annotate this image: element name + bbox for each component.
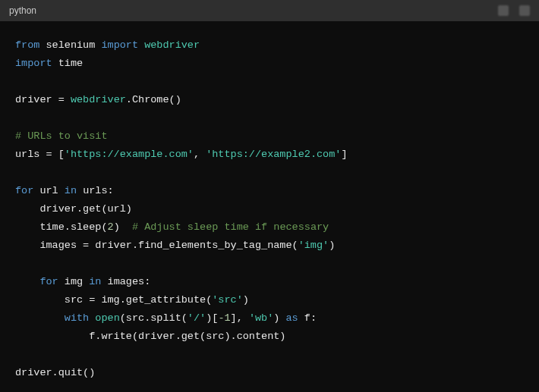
var-images: images:	[101, 276, 150, 287]
kw-import2: import	[15, 58, 52, 69]
kw-for: for	[15, 185, 33, 196]
open-p2: )[	[206, 312, 218, 324]
open-p1: (src.split(	[120, 312, 188, 324]
comment-urls: # URLs to visit	[15, 130, 108, 142]
open-p4: )	[273, 312, 285, 324]
var-urls2: urls:	[77, 185, 114, 196]
kw-in: in	[65, 185, 77, 196]
str-url1: 'https://example.com'	[65, 149, 194, 160]
var-driver: driver	[15, 94, 52, 105]
call-sleep-post: )	[114, 221, 132, 233]
kw-for2: for	[39, 276, 58, 287]
num-2: 2	[108, 221, 114, 233]
str-url2: 'https://example2.com'	[206, 149, 341, 160]
kw-with: with	[65, 312, 89, 324]
call-quit: driver.quit()	[15, 367, 95, 378]
code-header: python	[0, 0, 539, 21]
num-neg1: -1	[218, 312, 230, 324]
var-urls: urls	[15, 149, 39, 160]
call-get: driver.get(url)	[15, 203, 132, 215]
str-img: 'img'	[298, 240, 329, 251]
comment-sleep: # Adjust sleep time if necessary	[132, 221, 329, 233]
cls-webdriver2: webdriver	[71, 94, 126, 105]
fn-chrome: Chrome	[132, 94, 169, 105]
str-src: 'src'	[212, 294, 243, 306]
call-find-pre: images = driver.find_elements_by_tag_nam…	[15, 240, 298, 251]
call-getattr-pre: src = img.get_attribute(	[15, 294, 212, 306]
open-p3: ],	[231, 312, 249, 324]
kw-import: import	[101, 39, 138, 51]
mod-time: time	[58, 58, 83, 69]
code-block: from selenium import webdriver import ti…	[0, 21, 539, 392]
builtin-open: open	[95, 312, 119, 324]
call-find-post: )	[329, 240, 335, 251]
dot: .	[126, 94, 132, 105]
call-write: f.write(driver.get(src).content)	[15, 331, 285, 342]
str-wb: 'wb'	[249, 312, 273, 324]
kw-from: from	[15, 39, 39, 51]
op-eq-bracket: = [	[39, 149, 64, 160]
close-bracket: ]	[341, 149, 347, 160]
mod-selenium: selenium	[46, 39, 96, 51]
var-f: f:	[298, 312, 317, 324]
kw-in2: in	[89, 276, 101, 287]
header-actions	[498, 5, 530, 16]
str-slash: '/'	[188, 312, 206, 324]
var-url: url	[33, 185, 65, 196]
call-sleep-pre: time.sleep(	[15, 221, 108, 233]
op-eq: =	[52, 94, 71, 105]
cls-webdriver: webdriver	[144, 39, 200, 51]
copy-icon[interactable]	[498, 5, 509, 16]
parens: ()	[169, 94, 181, 105]
var-img: img	[58, 276, 90, 287]
language-label: python	[9, 5, 36, 16]
indent3	[15, 312, 65, 324]
edit-icon[interactable]	[519, 5, 530, 16]
kw-as: as	[286, 312, 298, 324]
call-getattr-post: )	[243, 294, 249, 306]
indent2	[15, 276, 39, 287]
comma: ,	[194, 149, 206, 160]
